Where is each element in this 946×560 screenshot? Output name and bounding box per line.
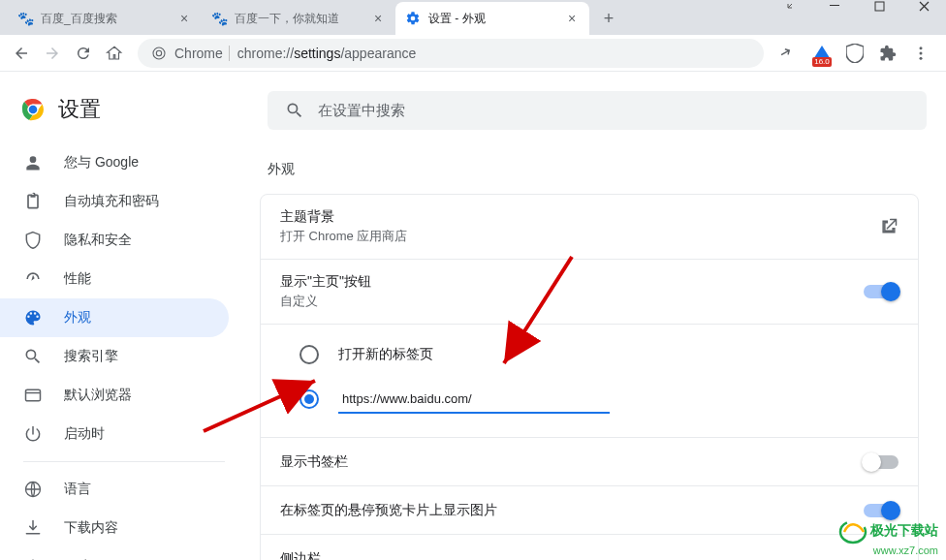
svg-point-2 [153,47,165,59]
divider [229,46,230,61]
url-text: chrome://settings/appearance [237,46,416,61]
svg-point-5 [920,51,923,54]
badge: 16.0 [812,57,832,67]
sidebar-item-autofill[interactable]: 自动填充和密码 [0,182,229,221]
window-minimize[interactable] [768,0,812,12]
tab-title: 百度_百度搜索 [41,11,173,27]
appearance-card: 主题背景 打开 Chrome 应用商店 显示"主页"按钮 自定义 打开新的标签页 [260,194,919,560]
sidebar-item-google[interactable]: 您与 Google [0,143,229,182]
sidebar-item-label: 搜索引擎 [64,348,118,365]
browser-tab[interactable]: 🐾 百度_百度搜索 × [8,2,202,35]
close-icon[interactable]: × [176,11,192,26]
shield-icon[interactable] [845,44,865,63]
search-icon [285,101,304,120]
theme-row[interactable]: 主题背景 打开 Chrome 应用商店 [261,195,918,259]
url-scheme: Chrome [174,46,223,61]
bookmarks-toggle[interactable] [864,455,899,469]
home-button[interactable] [101,40,128,67]
radio-custom-url[interactable] [300,377,899,421]
home-button-toggle[interactable] [864,285,899,298]
settings-search[interactable]: 在设置中搜索 [268,91,927,130]
sidebar-item-downloads[interactable]: 下载内容 [0,509,229,547]
settings-page: 设置 您与 Google 自动填充和密码 隐私和安全 性能 外观 搜索引擎 [0,72,946,560]
speed-icon [23,269,43,289]
home-options: 打开新的标签页 [261,324,918,437]
svg-point-4 [920,47,923,49]
radio-newtab[interactable]: 打开新的标签页 [300,332,899,377]
sidebar-item-default[interactable]: 默认浏览器 [0,376,229,415]
paw-icon: 🐾 [17,11,33,26]
sidebar-item-privacy[interactable]: 隐私和安全 [0,221,229,260]
close-icon[interactable]: × [370,11,386,26]
download-icon [23,518,43,538]
browser-tab[interactable]: 🐾 百度一下，你就知道 × [202,2,395,35]
section-title: 外观 [260,149,923,194]
watermark-url: www.xz7.com [873,544,938,556]
globe-icon [23,480,43,499]
row-title: 侧边栏 [280,550,321,561]
sidebar-item-accessibility[interactable]: 无障碍 [0,547,229,560]
home-button-row: 显示"主页"按钮 自定义 [261,259,918,324]
sidebar-item-label: 外观 [64,309,91,327]
homepage-url-input[interactable] [338,385,610,414]
palette-icon [23,308,43,327]
row-title: 显示书签栏 [280,453,348,471]
settings-sidebar: 设置 您与 Google 自动填充和密码 隐私和安全 性能 外观 搜索引擎 [0,72,248,560]
svg-point-10 [29,106,38,114]
svg-point-6 [920,56,923,59]
sidebar-item-search[interactable]: 搜索引擎 [0,337,229,376]
side-panel-row: 侧边栏 [261,534,918,560]
window-dash[interactable] [812,0,857,12]
bookmarks-bar-row: 显示书签栏 [261,437,918,485]
sidebar-item-startup[interactable]: 启动时 [0,415,229,453]
puzzle-icon[interactable] [878,44,898,63]
search-icon [23,347,43,366]
sidebar-item-label: 默认浏览器 [64,387,132,404]
sidebar-item-performance[interactable]: 性能 [0,260,229,298]
window-maximize[interactable] [857,0,901,12]
sidebar-item-language[interactable]: 语言 [0,470,229,509]
watermark-title: 极光下载站 [870,522,938,538]
hover-cards-toggle[interactable] [864,504,899,517]
reload-button[interactable] [70,40,97,67]
extension-area: 16.0 [804,44,938,63]
power-icon [23,424,43,444]
radio-label: 打开新的标签页 [338,346,433,363]
sidebar-header: 设置 [0,83,248,143]
person-icon [23,153,43,172]
svg-rect-1 [875,2,884,11]
open-external-icon [879,217,899,236]
menu-icon[interactable] [911,44,930,63]
new-tab-button[interactable]: + [595,5,622,32]
row-title: 显示"主页"按钮 [280,273,371,291]
shield-icon [23,231,43,250]
sidebar-item-label: 自动填充和密码 [64,193,159,210]
extension-icon[interactable]: 16.0 [812,44,832,63]
search-placeholder: 在设置中搜索 [318,102,405,120]
svg-rect-11 [26,389,41,401]
sidebar-item-label: 您与 Google [64,154,139,171]
share-button[interactable] [773,40,801,67]
chrome-logo-icon [21,98,45,121]
sidebar-item-label: 隐私和安全 [64,232,132,249]
sidebar-item-label: 语言 [64,481,91,498]
window-close[interactable] [901,0,946,12]
settings-title: 设置 [58,95,101,124]
tab-title: 百度一下，你就知道 [235,11,366,27]
row-subtitle: 打开 Chrome 应用商店 [280,228,407,245]
sidebar-item-appearance[interactable]: 外观 [0,298,229,337]
close-icon[interactable]: × [564,11,580,26]
sidebar-item-label: 性能 [64,270,91,288]
browser-tab[interactable]: 设置 - 外观 × [395,2,589,35]
clipboard-icon [23,192,43,211]
sidebar-item-label: 启动时 [64,425,105,443]
sidebar-item-label: 下载内容 [64,519,118,537]
svg-point-3 [156,50,161,55]
toolbar: Chrome chrome://settings/appearance 16.0 [0,35,946,72]
watermark: 极光下载站 www.xz7.com [838,519,938,556]
paw-icon: 🐾 [211,11,227,26]
row-title: 主题背景 [280,208,407,226]
address-bar[interactable]: Chrome chrome://settings/appearance [138,39,764,68]
back-button[interactable] [8,40,35,67]
forward-button[interactable] [39,40,66,67]
